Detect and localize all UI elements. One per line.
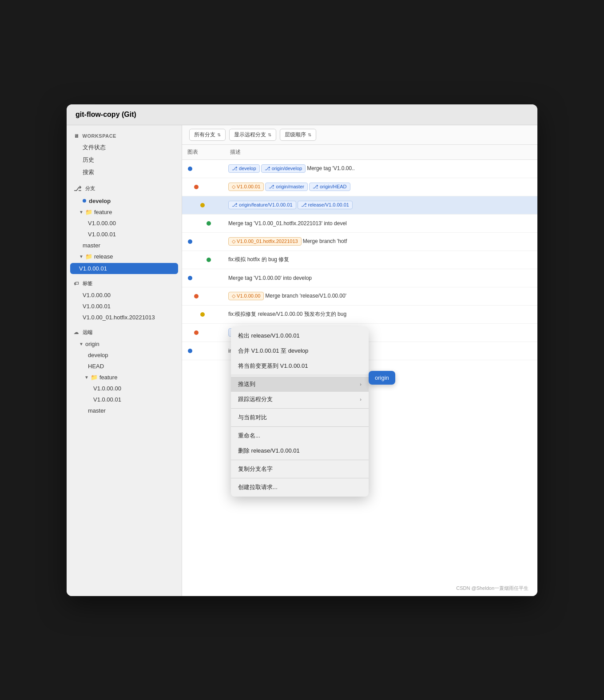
sidebar-item-tag-v1001[interactable]: V1.0.00.01 xyxy=(67,301,182,312)
branches-header: ⎇ 分支 xyxy=(67,182,182,195)
context-menu-item-copy[interactable]: 复制分支名字 xyxy=(231,461,369,477)
table-row[interactable]: ◇ V1.0.00.01⎇ origin/master⎇ origin/HEAD xyxy=(182,178,537,196)
commit-desc: Merge branch 'release/V1.0.00.00' xyxy=(265,293,346,299)
sidebar-item-search[interactable]: 搜索 xyxy=(67,166,182,179)
all-branches-btn[interactable]: 所有分支 ⇅ xyxy=(189,129,226,141)
commit-desc: Merge tag 'V1.0.00_01.hotfix.20221013' i… xyxy=(228,220,347,227)
all-branches-label: 所有分支 xyxy=(194,131,215,139)
commit-badge: ⎇ release/V1.0.00.01 xyxy=(298,201,353,209)
desc-cell: fix:模拟 hotfix 的 bug 修复 xyxy=(225,251,537,269)
hierarchy-btn[interactable]: 层级顺序 ⇅ xyxy=(280,129,316,141)
context-menu-item-merge[interactable]: 合并 V1.0.00.01 至 develop xyxy=(231,343,369,358)
svg-point-6 xyxy=(188,276,192,280)
desc-cell: ◇ V1.0.00.01⎇ origin/master⎇ origin/HEAD xyxy=(225,178,537,196)
sidebar-item-release-active[interactable]: V1.0.00.01 xyxy=(70,263,178,274)
table-row[interactable]: ⎇ develop⎇ origin/developMerge tag 'V1.0… xyxy=(182,159,537,178)
table-row[interactable]: Merge tag 'V1.0.00_01.hotfix.20221013' i… xyxy=(182,214,537,232)
commit-badge: ◇ V1.0.00.01 xyxy=(228,183,264,191)
context-menu-item-rebase[interactable]: 将当前变更基到 V1.0.00.01 xyxy=(231,358,369,374)
sidebar-folder-feature[interactable]: ▼ 📁 feature xyxy=(67,207,182,218)
sidebar-item-master[interactable]: master xyxy=(67,240,182,251)
col-graph: 图表 xyxy=(182,145,225,160)
desc-cell: ⎇ develop⎇ origin/developMerge tag 'V1.0… xyxy=(225,159,537,178)
release-folder-icon: 📁 xyxy=(85,253,92,260)
sidebar-folder-release[interactable]: ▼ 📁 release xyxy=(67,251,182,262)
table-row[interactable]: ◇ V1.0.00.00Merge branch 'release/V1.0.0… xyxy=(182,287,537,305)
commit-desc: fix:模拟 hotfix 的 bug 修复 xyxy=(228,256,289,262)
menu-item-label: 重命名... xyxy=(238,432,260,440)
table-row[interactable]: fix:模拟 hotfix 的 bug 修复 xyxy=(182,251,537,269)
menu-separator xyxy=(231,460,369,460)
branches-label: 分支 xyxy=(85,185,95,192)
submenu: origin xyxy=(369,371,395,385)
table-row[interactable]: Merge tag 'V1.0.00.00' into develop xyxy=(182,269,537,287)
workspace-icon: 🖥 xyxy=(74,133,79,139)
hierarchy-label: 层级顺序 xyxy=(285,131,306,139)
sidebar-item-feature-v1001[interactable]: V1.0.00.01 xyxy=(67,229,182,240)
workspace-section: 🖥 WORKSPACE 文件状态 历史 搜索 xyxy=(67,131,182,179)
sidebar: 🖥 WORKSPACE 文件状态 历史 搜索 ⎇ 分支 xyxy=(67,125,182,596)
table-row[interactable]: ◇ V1.0.00_01.hotfix.20221013Merge branch… xyxy=(182,232,537,251)
menu-item-label: 推送到 xyxy=(238,380,255,388)
sidebar-item-tag-v1000[interactable]: V1.0.00.00 xyxy=(67,290,182,301)
context-menu-item-track[interactable]: 跟踪远程分支› xyxy=(231,392,369,407)
release-folder-label: release xyxy=(94,253,113,260)
tags-label: 标签 xyxy=(83,280,93,287)
svg-point-5 xyxy=(207,258,211,262)
window-title: git-flow-copy (Git) xyxy=(76,111,136,118)
release-chevron: ▼ xyxy=(79,254,83,259)
context-menu-item-compare[interactable]: 与当前对比 xyxy=(231,410,369,425)
tag-hotfix-label: V1.0.00_01.hotfix.20221013 xyxy=(83,314,155,321)
show-remote-btn[interactable]: 显示远程分支 ⇅ xyxy=(229,129,276,141)
svg-point-2 xyxy=(200,203,205,207)
submenu-chevron-icon: › xyxy=(360,382,362,387)
sidebar-item-origin-master[interactable]: master xyxy=(67,405,182,416)
sidebar-item-history[interactable]: 历史 xyxy=(67,154,182,166)
table-row[interactable]: fix:模拟修复 release/V1.0.00.00 预发布分支的 bug xyxy=(182,305,537,323)
sidebar-item-file-status[interactable]: 文件状态 xyxy=(67,141,182,154)
feature-v1000-label: V1.0.00.00 xyxy=(88,220,116,227)
context-menu-item-pullreq[interactable]: 创建拉取请求... xyxy=(231,480,369,495)
context-menu-item-rename[interactable]: 重命名... xyxy=(231,428,369,443)
feature-folder-label: feature xyxy=(94,209,112,215)
commit-desc: fix:模拟修复 release/V1.0.00.00 预发布分支的 bug xyxy=(228,311,346,317)
sidebar-item-origin-feature-v1000[interactable]: V1.0.00.00 xyxy=(67,383,182,394)
commit-badge: ◇ V1.0.00.00 xyxy=(228,292,264,300)
desc-cell: Merge tag 'V1.0.00.00' into develop xyxy=(225,269,537,287)
graph-cell xyxy=(182,196,225,214)
sidebar-item-origin-develop[interactable]: develop xyxy=(67,350,182,361)
footer-watermark: CSDN @Sheldon一蓑烟雨任平生 xyxy=(456,585,528,592)
context-menu-item-delete[interactable]: 删除 release/V1.0.00.01 xyxy=(231,443,369,458)
origin-chevron: ▼ xyxy=(79,342,83,346)
menu-separator xyxy=(231,408,369,409)
svg-point-10 xyxy=(188,349,192,353)
sidebar-item-origin-feature-v1001[interactable]: V1.0.00.01 xyxy=(67,394,182,405)
table-row[interactable]: ⎇ origin/feature/V1.0.00.01⎇ release/V1.… xyxy=(182,196,537,214)
graph-cell xyxy=(182,305,225,323)
svg-point-3 xyxy=(207,221,211,226)
commit-desc: Merge tag 'V1.0.00.. xyxy=(307,165,355,171)
menu-item-label: 创建拉取请求... xyxy=(238,483,278,491)
release-active-label: V1.0.00.01 xyxy=(79,265,107,272)
sidebar-item-tag-hotfix[interactable]: V1.0.00_01.hotfix.20221013 xyxy=(67,312,182,323)
sidebar-item-develop[interactable]: develop xyxy=(67,195,182,207)
context-menu-item-checkout[interactable]: 检出 release/V1.0.00.01 xyxy=(231,328,369,343)
sidebar-folder-origin-feature[interactable]: ▼ 📁 feature xyxy=(67,372,182,383)
tags-icon: 🏷 xyxy=(74,281,79,286)
remotes-header: ☁ 远端 xyxy=(67,326,182,338)
sidebar-item-feature-v1000[interactable]: V1.0.00.00 xyxy=(67,218,182,229)
remotes-icon: ☁ xyxy=(74,330,79,335)
branches-icon: ⎇ xyxy=(74,185,82,193)
remotes-section: ☁ 远端 ▼ origin develop HEAD ▼ 📁 feature xyxy=(67,326,182,416)
svg-point-8 xyxy=(200,312,205,317)
tag-v1000-label: V1.0.00.00 xyxy=(83,292,111,298)
commit-badge: ⎇ origin/develop xyxy=(261,164,306,173)
sidebar-item-origin-head[interactable]: HEAD xyxy=(67,361,182,372)
desc-cell: ◇ V1.0.00.00Merge branch 'release/V1.0.0… xyxy=(225,287,537,305)
develop-label: develop xyxy=(89,198,111,204)
search-label: 搜索 xyxy=(83,168,94,176)
context-menu-item-push[interactable]: 推送到› xyxy=(231,377,369,392)
col-desc: 描述 xyxy=(225,145,537,160)
sidebar-folder-origin[interactable]: ▼ origin xyxy=(67,338,182,350)
submenu-item-origin[interactable]: origin xyxy=(375,374,389,382)
